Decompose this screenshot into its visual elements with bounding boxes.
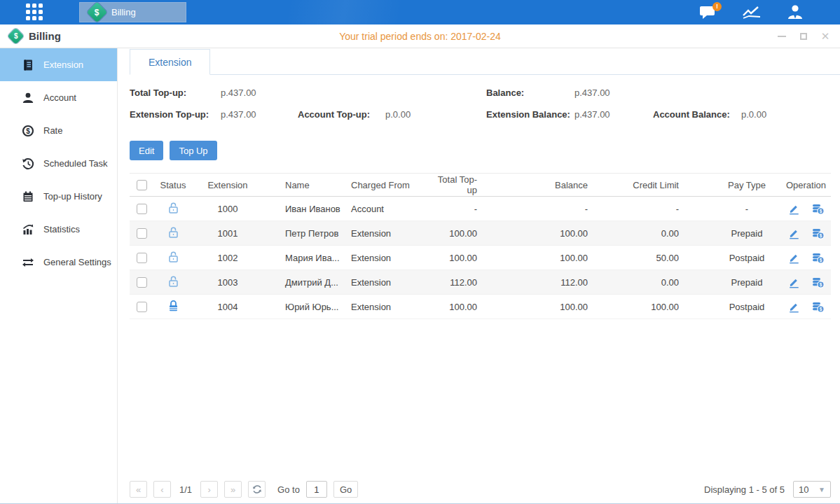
taskbar-billing-tab[interactable]: $ Billing (79, 2, 186, 22)
status-cell (153, 246, 193, 270)
credit-limit-cell: 0.00 (627, 270, 712, 295)
column-header-extension: Extension (193, 174, 263, 197)
column-header-name: Name (263, 174, 345, 197)
sidebar-item-account[interactable]: Account (0, 81, 117, 114)
close-icon[interactable]: ✕ (820, 31, 830, 41)
action-buttons: Edit Top Up (130, 141, 840, 160)
table-row[interactable]: 1004 Юрий Юрь... Extension 100.00 100.00… (130, 295, 831, 319)
balance-cell: 100.00 (528, 246, 627, 270)
status-cell (153, 197, 193, 221)
balance-cell: 100.00 (528, 221, 627, 246)
edit-button[interactable]: Edit (130, 141, 163, 160)
extension-topup-label: Extension Top-up: (130, 109, 209, 120)
svg-text:$: $ (819, 209, 822, 214)
topbar: $ Billing ! (0, 0, 840, 24)
row-checkbox[interactable] (137, 277, 147, 288)
first-page-icon[interactable]: « (130, 481, 147, 498)
maximize-icon[interactable] (799, 31, 808, 41)
credit-limit-cell: 50.00 (627, 246, 712, 270)
edit-row-icon[interactable] (788, 203, 800, 215)
table-row[interactable]: 1000 Иван Иванов Account - - - - $ (130, 197, 831, 221)
sidebar-item-label: Statistics (43, 224, 80, 234)
total-topup-label: Total Top-up: (130, 88, 186, 98)
table-header-row: Status Extension Name Charged From Total… (130, 174, 831, 197)
notifications-icon[interactable]: ! (697, 4, 719, 22)
minimize-icon[interactable] (777, 31, 787, 41)
sidebar-item-rate[interactable]: $ Rate (0, 114, 117, 147)
credit-limit-cell: 100.00 (627, 295, 712, 319)
row-checkbox[interactable] (137, 302, 147, 312)
main-content: Extension Total Top-up: p.437.00 Balance… (118, 48, 840, 504)
pagination-controls: « ‹ 1/1 › » Go to Go (130, 481, 358, 498)
sidebar-item-scheduled-task[interactable]: Scheduled Task (0, 147, 117, 180)
column-header-charged-from: Charged From (345, 174, 435, 197)
select-all-checkbox[interactable] (137, 180, 147, 190)
edit-row-icon[interactable] (788, 276, 800, 288)
unlocked-icon (167, 230, 179, 241)
pay-type-cell: Postpaid (712, 295, 781, 319)
top-up-row-icon[interactable]: $ (811, 252, 825, 264)
table-row[interactable]: 1001 Петр Петров Extension 100.00 100.00… (130, 221, 831, 246)
balance-label: Balance: (486, 88, 524, 98)
tab-extension[interactable]: Extension (130, 49, 210, 75)
svg-text:$: $ (819, 233, 822, 239)
refresh-icon[interactable] (248, 481, 266, 498)
row-checkbox[interactable] (137, 204, 147, 214)
sidebar-item-statistics[interactable]: Statistics (0, 213, 117, 246)
notification-badge: ! (712, 2, 722, 11)
table-row[interactable]: 1003 Дмитрий Д... Extension 112.00 112.0… (130, 270, 831, 295)
name-cell: Иван Иванов (263, 197, 345, 221)
sidebar: Extension Account $ Rate Scheduled Task (0, 48, 118, 504)
top-up-row-icon[interactable]: $ (811, 301, 825, 313)
extension-cell: 1002 (193, 246, 263, 270)
top-up-row-icon[interactable]: $ (811, 203, 825, 215)
bar-chart-icon (21, 223, 34, 236)
top-up-row-icon[interactable]: $ (811, 276, 825, 288)
pagination-summary: Displaying 1 - 5 of 5 10 ▼ (704, 481, 831, 498)
billing-app-icon: $ (87, 2, 108, 23)
extension-cell: 1004 (193, 295, 263, 319)
top-up-row-icon[interactable]: $ (811, 227, 825, 239)
sidebar-item-label: Top-up History (43, 191, 102, 202)
next-page-icon[interactable]: › (200, 481, 218, 498)
charged-from-cell: Extension (345, 221, 435, 246)
name-cell: Юрий Юрь... (263, 295, 345, 319)
page-indicator: 1/1 (179, 484, 192, 495)
account-balance-label: Account Balance: (653, 109, 730, 120)
app-launcher-icon[interactable] (26, 4, 50, 22)
sidebar-item-extension[interactable]: Extension (0, 48, 117, 81)
svg-text:$: $ (819, 307, 822, 312)
locked-icon (167, 304, 179, 314)
resource-monitor-icon[interactable] (741, 4, 763, 22)
ledger-icon (21, 58, 34, 71)
sidebar-item-general-settings[interactable]: General Settings (0, 246, 117, 279)
total-topup-cell: 100.00 (435, 221, 528, 246)
top-up-button[interactable]: Top Up (170, 141, 216, 160)
svg-text:$: $ (819, 282, 822, 288)
column-header-status: Status (153, 174, 193, 197)
chevron-down-icon: ▼ (818, 486, 825, 493)
column-header-credit-limit: Credit Limit (627, 174, 712, 197)
row-checkbox[interactable] (137, 253, 147, 263)
page-size-select[interactable]: 10 ▼ (793, 481, 831, 498)
window-controls: ✕ (777, 24, 830, 48)
goto-page-input[interactable] (306, 481, 327, 498)
operation-cell: $ (781, 221, 831, 246)
sidebar-item-label: Scheduled Task (43, 158, 108, 169)
edit-row-icon[interactable] (788, 301, 800, 313)
row-checkbox[interactable] (137, 228, 147, 239)
edit-row-icon[interactable] (788, 252, 800, 264)
charged-from-cell: Extension (345, 295, 435, 319)
sidebar-item-label: Extension (43, 59, 83, 70)
calendar-icon (21, 190, 34, 203)
user-account-icon[interactable] (784, 4, 806, 22)
go-button[interactable]: Go (333, 481, 358, 498)
topbar-actions: ! (697, 0, 806, 24)
operation-cell: $ (781, 295, 831, 319)
account-topup-label: Account Top-up: (298, 109, 370, 120)
table-row[interactable]: 1002 Мария Ива... Extension 100.00 100.0… (130, 246, 831, 270)
edit-row-icon[interactable] (788, 227, 800, 239)
last-page-icon[interactable]: » (224, 481, 242, 498)
sidebar-item-topup-history[interactable]: Top-up History (0, 180, 117, 213)
previous-page-icon[interactable]: ‹ (153, 481, 171, 498)
